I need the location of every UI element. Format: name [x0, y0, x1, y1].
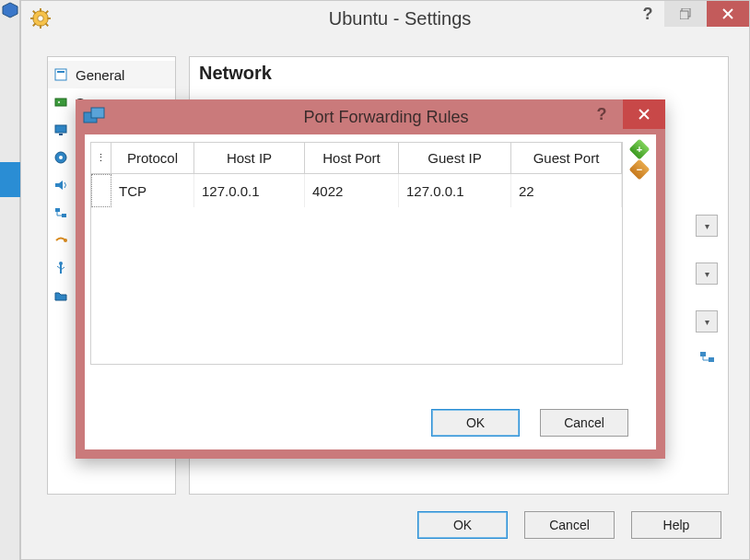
dropdown-arrow-icon[interactable]: ▾	[696, 310, 718, 332]
restore-button[interactable]	[664, 1, 707, 27]
dropdown-arrow-icon[interactable]: ▾	[696, 215, 718, 237]
svg-rect-38	[91, 108, 104, 118]
svg-rect-17	[55, 99, 66, 106]
content-heading: Network	[199, 63, 719, 84]
help-button[interactable]: ?	[631, 1, 664, 27]
advanced-icon[interactable]	[699, 349, 716, 366]
settings-button-bar: OK Cancel Help	[417, 511, 721, 539]
serial-icon	[53, 233, 68, 248]
network-screens-icon	[83, 107, 107, 127]
cell-host-port[interactable]: 4022	[305, 174, 399, 207]
remove-rule-button[interactable]: −	[629, 159, 650, 181]
background-window-sliver	[0, 0, 20, 560]
cell-guest-port[interactable]: 22	[511, 174, 622, 207]
svg-point-22	[59, 156, 63, 159]
sidebar-item-general[interactable]: General	[48, 61, 175, 88]
add-rule-button[interactable]: +	[629, 139, 650, 160]
cell-guest-ip[interactable]: 127.0.0.1	[399, 174, 511, 207]
svg-rect-25	[62, 214, 66, 217]
table-row[interactable]: TCP 127.0.0.1 4022 127.0.0.1 22	[91, 174, 622, 207]
dialog-close-button[interactable]	[623, 99, 665, 129]
svg-line-9	[33, 24, 36, 27]
port-forwarding-dialog: Port Forwarding Rules ? ⋮ Protocol Host …	[76, 99, 665, 459]
col-host-port[interactable]: Host Port	[305, 143, 399, 173]
dialog-ok-button[interactable]: OK	[431, 409, 520, 437]
usb-icon	[53, 261, 68, 275]
close-button[interactable]	[707, 1, 749, 27]
col-guest-ip[interactable]: Guest IP	[399, 143, 511, 173]
folder-icon	[53, 288, 68, 303]
sidebar-item-label: General	[76, 67, 124, 83]
svg-rect-24	[55, 208, 60, 212]
svg-line-10	[46, 11, 49, 14]
dialog-titlebar[interactable]: Port Forwarding Rules ?	[76, 99, 665, 134]
table-header: ⋮ Protocol Host IP Host Port Guest IP Gu…	[91, 143, 622, 174]
storage-icon	[53, 150, 68, 165]
port-forwarding-table[interactable]: ⋮ Protocol Host IP Host Port Guest IP Gu…	[90, 142, 623, 365]
dialog-button-bar: OK Cancel	[431, 409, 628, 437]
svg-rect-19	[55, 125, 66, 133]
svg-point-18	[58, 101, 60, 103]
svg-point-30	[59, 262, 63, 265]
svg-rect-20	[59, 134, 63, 135]
svg-point-28	[64, 239, 67, 242]
svg-point-2	[38, 16, 43, 21]
virtualbox-logo-icon	[2, 2, 18, 18]
gear-icon	[30, 8, 51, 29]
rule-actions: + −	[623, 142, 650, 365]
col-guest-port[interactable]: Guest Port	[511, 143, 622, 173]
dialog-cancel-button[interactable]: Cancel	[540, 409, 628, 437]
svg-marker-0	[3, 3, 18, 18]
svg-line-8	[46, 24, 49, 27]
cell-protocol[interactable]: TCP	[111, 174, 194, 207]
svg-marker-23	[55, 181, 63, 190]
dropdown-arrow-icon[interactable]: ▾	[696, 262, 718, 285]
general-icon	[53, 67, 68, 82]
col-host-ip[interactable]: Host IP	[194, 143, 305, 173]
cell-name[interactable]	[91, 174, 111, 207]
cancel-button[interactable]: Cancel	[524, 511, 615, 539]
svg-rect-12	[680, 11, 688, 19]
svg-rect-33	[700, 352, 706, 356]
help-button[interactable]: Help	[631, 511, 721, 539]
system-icon	[53, 95, 68, 110]
network-icon	[53, 205, 68, 220]
dialog-help-button[interactable]: ?	[580, 99, 623, 129]
audio-icon	[53, 178, 68, 192]
svg-line-7	[33, 11, 36, 14]
svg-rect-34	[709, 357, 714, 362]
svg-rect-15	[55, 69, 66, 80]
ok-button[interactable]: OK	[417, 511, 508, 539]
background-selected-vm	[0, 162, 20, 197]
display-icon	[53, 122, 68, 137]
svg-rect-16	[57, 71, 64, 73]
cell-host-ip[interactable]: 127.0.0.1	[194, 174, 305, 207]
settings-titlebar: Ubuntu - Settings ?	[21, 1, 749, 36]
col-name[interactable]: ⋮	[91, 143, 111, 173]
col-protocol[interactable]: Protocol	[111, 143, 194, 173]
